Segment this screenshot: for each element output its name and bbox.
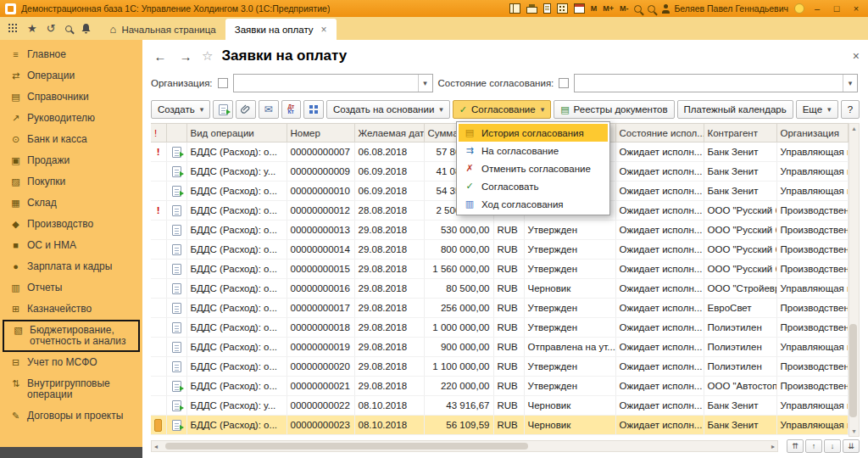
sidebar-item-label: Руководителю — [27, 113, 95, 124]
column-header-number[interactable]: Номер — [287, 124, 354, 142]
more-button[interactable]: Еще ▾ — [796, 100, 838, 119]
table-row[interactable]: БДДС (Расход): о... 00000000019 29.08.20… — [151, 338, 849, 357]
menu-item[interactable]: ✓ Согласовать — [459, 177, 608, 195]
help-button[interactable]: ? — [841, 100, 860, 119]
sidebar-item[interactable]: ⊙ Банк и касса — [0, 129, 142, 150]
panels-icon[interactable] — [509, 3, 520, 14]
calc-memory-button[interactable]: M — [591, 4, 598, 13]
sidebar-item[interactable]: ▥ Отчеты — [0, 277, 142, 299]
scroll-to-top-button[interactable]: ⇈ — [787, 439, 804, 453]
sidebar-item[interactable]: ▤ Справочники — [0, 87, 142, 108]
vertical-scroll-thumb[interactable] — [849, 324, 857, 417]
table-row[interactable]: БДДС (Расход): о... 00000000015 29.08.20… — [151, 260, 849, 279]
scroll-up-button[interactable]: ↑ — [805, 439, 822, 453]
column-header-urgent[interactable]: ! — [151, 124, 166, 142]
create-based-on-button[interactable]: Создать на основании ▾ — [326, 100, 450, 119]
attachments-button[interactable] — [236, 100, 256, 119]
tab-close-icon[interactable]: × — [321, 25, 327, 35]
sidebar-item[interactable]: ▧ Бюджетирование, отчетность и анализ — [3, 320, 140, 352]
mail-button[interactable]: ✉ — [259, 100, 279, 119]
table-row[interactable]: БДДС (Расход): о... 00000000023 08.10.20… — [151, 416, 849, 435]
scroll-down-button[interactable]: ↓ — [824, 439, 841, 453]
organization-filter-combobox[interactable]: ▾ — [233, 74, 433, 92]
calc-memory-button[interactable]: M+ — [603, 4, 614, 13]
list-settings-button[interactable] — [303, 100, 324, 119]
user-menu[interactable]: Беляев Павел Геннадьевич — [661, 3, 788, 14]
global-search-icon[interactable] — [65, 25, 72, 32]
approval-state-filter-checkbox[interactable] — [559, 78, 569, 88]
scroll-up-arrow-icon[interactable]: ▴ — [852, 125, 855, 132]
info-icon[interactable] — [794, 3, 804, 14]
form-close-icon[interactable]: × — [853, 49, 860, 63]
calc-memory-button[interactable]: M- — [620, 4, 629, 13]
table-row[interactable]: БДДС (Расход): о... 00000000016 29.08.20… — [151, 279, 849, 299]
menu-item[interactable]: ✗ Отменить согласование — [459, 159, 608, 177]
document-registers-button[interactable]: ▤ Реестры документов — [554, 100, 674, 119]
tab[interactable]: ⌂ Начальная страница × — [101, 19, 225, 40]
column-header-exec-state[interactable]: Состояние испол... — [615, 124, 704, 142]
posting-dtkt-button[interactable]: ДтКт — [281, 100, 302, 119]
search-icon[interactable] — [648, 5, 655, 13]
chevron-down-icon[interactable]: ▾ — [418, 75, 432, 92]
copy-button[interactable] — [213, 100, 233, 119]
scroll-down-arrow-icon[interactable]: ▾ — [852, 427, 855, 435]
create-button[interactable]: Создать ▾ — [151, 100, 210, 119]
approval-menu-button[interactable]: ✓ Согласование ▾ — [453, 100, 551, 119]
table-row[interactable]: БДДС (Расход): у... 00000000022 08.10.20… — [151, 396, 849, 416]
forward-button[interactable]: → — [176, 47, 195, 64]
menu-item[interactable]: ▤ История согласования — [459, 124, 608, 142]
table-row[interactable]: БДДС (Расход): о... 00000000021 29.08.20… — [151, 377, 849, 396]
sidebar-collapsed-panel[interactable] — [0, 447, 142, 458]
table-row[interactable]: БДДС (Расход): о... 00000000014 29.08.20… — [151, 240, 849, 260]
column-header-operation-type[interactable]: Вид операции — [186, 124, 287, 142]
chevron-down-icon[interactable]: ▾ — [843, 75, 857, 92]
calendar-icon[interactable] — [574, 3, 585, 14]
window-maximize-button[interactable]: □ — [830, 3, 843, 14]
table-row[interactable]: БДДС (Расход): о... 00000000013 29.08.20… — [151, 221, 849, 240]
table-row[interactable]: БДДС (Расход): о... 00000000017 29.08.20… — [151, 299, 849, 318]
horizontal-scroll-thumb[interactable] — [165, 443, 528, 450]
payment-calendar-button[interactable]: Платежный календарь — [677, 100, 793, 119]
scroll-to-bottom-button[interactable]: ⇊ — [843, 439, 860, 453]
horizontal-scrollbar[interactable]: ◂ ▸ — [151, 440, 778, 452]
sidebar-item[interactable]: ⇄ Операции — [0, 65, 142, 87]
sidebar-item[interactable]: ⊞ Казначейство — [0, 299, 142, 320]
sidebar-item[interactable]: ≡ Главное — [0, 44, 142, 65]
sidebar-item[interactable]: ◆ Производство — [0, 214, 142, 235]
sidebar-item[interactable]: ▣ Продажи — [0, 150, 142, 171]
sidebar-item[interactable]: ✎ Договоры и проекты — [0, 405, 142, 427]
column-header-icon[interactable] — [166, 124, 186, 142]
sidebar-item[interactable]: ▦ Склад — [0, 193, 142, 214]
vertical-scrollbar[interactable]: ▴ ▾ — [849, 123, 860, 437]
print-preview-icon[interactable] — [543, 3, 551, 14]
sidebar-item[interactable]: ● Зарплата и кадры — [0, 256, 142, 277]
sidebar-item[interactable]: ⇅ Внутригрупповые операции — [0, 373, 142, 405]
add-favorite-star-icon[interactable]: ☆ — [202, 48, 213, 64]
column-header-date[interactable]: Желаемая дата — [354, 124, 424, 142]
scroll-left-arrow-icon[interactable]: ◂ — [154, 443, 158, 450]
sidebar-item[interactable]: ▨ Покупки — [0, 171, 142, 193]
table-row[interactable]: БДДС (Расход): о... 00000000020 29.08.20… — [151, 357, 849, 377]
column-header-contractor[interactable]: Контрагент — [704, 124, 776, 142]
approval-state-filter-combobox[interactable]: ▾ — [574, 74, 858, 92]
main-menu-icon[interactable] — [8, 24, 18, 33]
menu-item[interactable]: ⇉ На согласование — [459, 142, 608, 159]
column-header-organization[interactable]: Организация — [776, 124, 849, 142]
window-close-button[interactable]: × — [849, 3, 863, 14]
sidebar-item[interactable]: ↗ Руководителю — [0, 108, 142, 129]
notifications-bell-icon[interactable] — [81, 24, 91, 34]
zoom-icon[interactable] — [634, 5, 642, 13]
favorites-icon[interactable]: ★ — [27, 23, 37, 34]
tab[interactable]: Заявки на оплату × — [225, 19, 337, 40]
scroll-right-arrow-icon[interactable]: ▸ — [771, 443, 775, 450]
window-minimize-button[interactable]: – — [810, 3, 824, 14]
organization-filter-checkbox[interactable] — [218, 78, 228, 88]
back-button[interactable]: ← — [151, 47, 170, 64]
menu-item[interactable]: ▥ Ход согласования — [459, 195, 608, 213]
history-icon[interactable]: ↺ — [47, 23, 56, 34]
calculator-icon[interactable] — [557, 3, 568, 14]
print-icon[interactable] — [526, 7, 537, 14]
sidebar-item[interactable]: ■ ОС и НМА — [0, 235, 142, 256]
table-row[interactable]: БДДС (Расход): о... 00000000018 29.08.20… — [151, 318, 849, 338]
sidebar-item[interactable]: ⊟ Учет по МСФО — [0, 352, 142, 373]
